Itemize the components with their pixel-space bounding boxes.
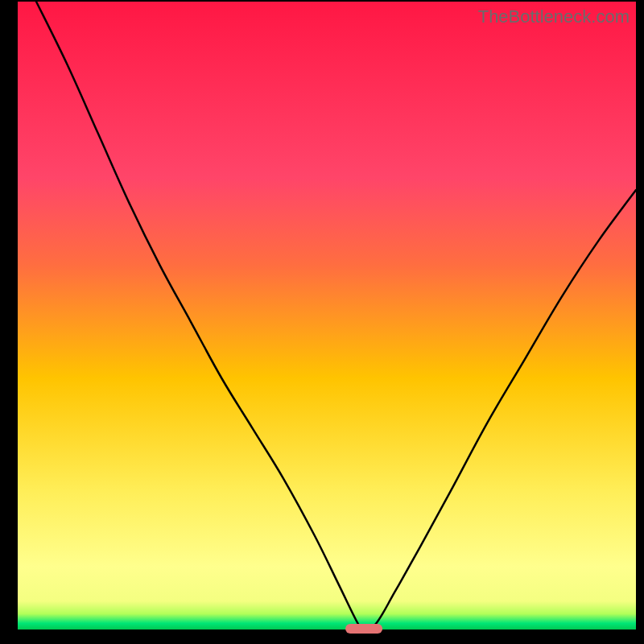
bottleneck-chart: TheBottleneck.com xyxy=(0,0,644,644)
plot-background xyxy=(18,2,636,630)
watermark-label: TheBottleneck.com xyxy=(478,6,630,27)
chart-plot xyxy=(0,0,644,644)
min-marker xyxy=(345,624,382,634)
